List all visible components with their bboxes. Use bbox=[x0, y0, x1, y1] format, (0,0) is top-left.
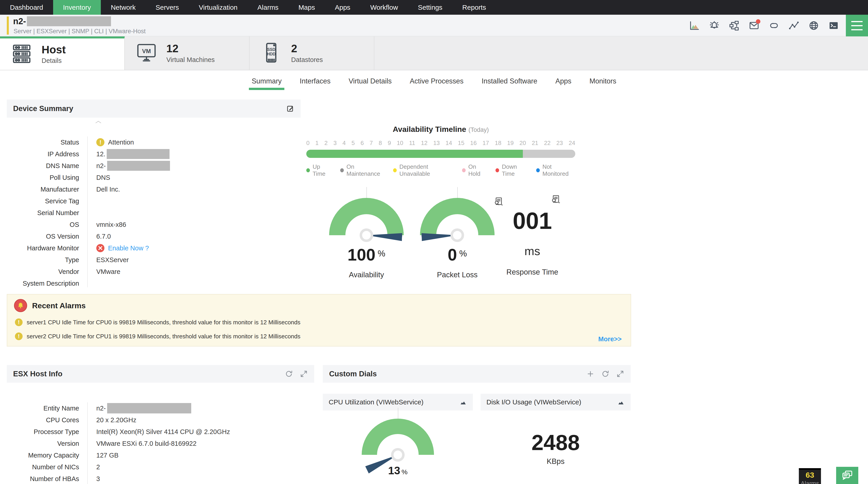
nav-reports[interactable]: Reports bbox=[452, 0, 496, 15]
response-time-block: 001 ms Response Time bbox=[488, 194, 577, 276]
chevron-up-icon[interactable] bbox=[95, 120, 102, 125]
mail-icon[interactable] bbox=[749, 20, 760, 31]
alarm-row-2[interactable]: ! server2 CPU Idle Time for CPU1 is 9981… bbox=[15, 332, 624, 340]
availability-gauge: 100% Availability bbox=[328, 198, 405, 279]
alarm-count-badge[interactable]: 63 Alarms bbox=[799, 468, 821, 484]
nav-alarms[interactable]: Alarms bbox=[248, 0, 288, 15]
tab-datastores[interactable]: SSDHDD 2 Datastores bbox=[250, 36, 374, 70]
chat-button[interactable] bbox=[836, 467, 858, 484]
packet-loss-value: 0% bbox=[419, 246, 496, 263]
device-summary-title: Device Summary bbox=[13, 104, 73, 113]
field-serial-number: Serial Number bbox=[7, 207, 301, 219]
nav-network[interactable]: Network bbox=[101, 0, 146, 15]
on-hold-dot bbox=[462, 168, 466, 172]
cpu-dial-title: CPU Utilization (VIWebService) bbox=[329, 398, 424, 406]
custom-dials-panel: Custom Dials CPU Utilization (VIWebServi… bbox=[323, 365, 631, 477]
esx-host-info-fields: Entity Name n2- CPU Cores 20 x 2.20GHz P… bbox=[7, 402, 314, 484]
top-nav: Dashboard Inventory Network Servers Virt… bbox=[0, 0, 868, 15]
performance-chart-icon[interactable] bbox=[689, 20, 700, 31]
entity-name-redaction bbox=[107, 403, 191, 414]
field-os-version: OS Version 6.7.0 bbox=[7, 231, 301, 242]
entity-tabstrip: Host Details VM 12 Virtual Machines SSDH… bbox=[0, 36, 868, 70]
chat-bubbles-icon bbox=[841, 469, 853, 482]
subtab-interfaces[interactable]: Interfaces bbox=[291, 72, 340, 90]
refresh-icon[interactable] bbox=[601, 370, 610, 378]
expand-icon[interactable] bbox=[300, 370, 308, 378]
disk-io-dial-card: Disk I/O Usage (VIWebService) 2488 KBps bbox=[480, 394, 631, 477]
subtab-summary[interactable]: Summary bbox=[243, 72, 291, 90]
device-summary-fields: Status !Attention IP Address 12. DNS Nam… bbox=[7, 137, 301, 287]
legend-on-maintenance: On Maintenance bbox=[340, 163, 385, 177]
expand-icon[interactable] bbox=[616, 370, 624, 378]
nav-apps[interactable]: Apps bbox=[325, 0, 360, 15]
alarm-bell-icon[interactable] bbox=[709, 20, 720, 31]
alarm-warning-icon: ! bbox=[15, 332, 23, 340]
custom-dials-header: Custom Dials bbox=[323, 365, 631, 383]
host-header: n2- Server | ESXServer | SNMP | CLI | VM… bbox=[0, 15, 868, 36]
tab-host-details[interactable]: Host Details bbox=[0, 36, 125, 70]
subtab-virtual-details[interactable]: Virtual Details bbox=[340, 72, 401, 90]
nav-maps[interactable]: Maps bbox=[288, 0, 325, 15]
nav-settings[interactable]: Settings bbox=[408, 0, 452, 15]
nav-virtualization[interactable]: Virtualization bbox=[189, 0, 248, 15]
disk-io-dial-title: Disk I/O Usage (VIWebService) bbox=[487, 398, 581, 406]
enable-now-link[interactable]: Enable Now ? bbox=[108, 244, 149, 252]
menu-icon[interactable] bbox=[846, 15, 868, 36]
recent-alarms-header: Recent Alarms bbox=[14, 299, 624, 312]
web-icon[interactable] bbox=[808, 20, 819, 31]
edit-icon[interactable] bbox=[286, 104, 294, 113]
up-time-dot bbox=[306, 168, 310, 172]
cpu-dial-value: 13% bbox=[323, 464, 473, 477]
add-dial-icon[interactable] bbox=[586, 370, 594, 378]
refresh-icon[interactable] bbox=[285, 370, 293, 378]
traceroute-icon[interactable] bbox=[788, 20, 799, 31]
chart-icon[interactable] bbox=[459, 398, 467, 406]
alarm-row-1[interactable]: ! server1 CPU Idle Time for CPU0 is 9981… bbox=[15, 319, 624, 326]
timeline-bar[interactable] bbox=[306, 150, 575, 158]
packet-loss-report-icon[interactable] bbox=[493, 196, 504, 207]
custom-dials-title: Custom Dials bbox=[329, 369, 377, 378]
response-time-unit: ms bbox=[488, 244, 577, 258]
availability-value: 100% bbox=[328, 246, 405, 263]
response-time-report-icon[interactable] bbox=[550, 194, 561, 205]
legend-down-time: Down Time bbox=[495, 163, 528, 177]
availability-label: Availability bbox=[328, 271, 405, 279]
svg-text:HDD: HDD bbox=[267, 52, 276, 56]
field-status: Status !Attention bbox=[7, 137, 301, 148]
subtab-installed-software[interactable]: Installed Software bbox=[473, 72, 546, 90]
field-entity-name: Entity Name n2- bbox=[7, 402, 314, 414]
svg-text:SSD: SSD bbox=[267, 47, 275, 52]
nav-servers[interactable]: Servers bbox=[146, 0, 189, 15]
legend-up-time: Up Time bbox=[306, 163, 332, 177]
host-categories: Server | ESXServer | SNMP | CLI | VMware… bbox=[13, 28, 146, 35]
alarm-bell-badge-icon bbox=[14, 299, 27, 312]
nav-workflow[interactable]: Workflow bbox=[360, 0, 408, 15]
field-cpu-cores: CPU Cores 20 x 2.20GHz bbox=[7, 414, 314, 426]
subtab-apps[interactable]: Apps bbox=[546, 72, 581, 90]
disk-io-value: 2488 bbox=[480, 432, 631, 453]
terminal-icon[interactable] bbox=[828, 20, 839, 31]
alarms-more-link[interactable]: More>> bbox=[598, 335, 622, 343]
nav-inventory[interactable]: Inventory bbox=[53, 0, 101, 15]
field-os: OS vmnix-x86 bbox=[7, 219, 301, 231]
ip-redaction bbox=[107, 149, 169, 159]
chart-icon[interactable] bbox=[617, 398, 625, 406]
tab-virtual-machines[interactable]: VM 12 Virtual Machines bbox=[125, 36, 250, 70]
summary-subtabs: Summary Interfaces Virtual Details Activ… bbox=[0, 72, 868, 90]
rediscover-icon[interactable] bbox=[769, 20, 779, 31]
cpu-utilization-dial-card: CPU Utilization (VIWebService) 13% bbox=[323, 394, 473, 477]
attention-status-icon: ! bbox=[96, 138, 104, 146]
down-time-dot bbox=[495, 168, 499, 172]
legend-dependent-unavailable: Dependent Unavailable bbox=[393, 163, 454, 177]
nav-dashboard[interactable]: Dashboard bbox=[0, 0, 53, 15]
legend-on-hold: On Hold bbox=[462, 163, 487, 177]
field-number-of-nics: Number of NICs 2 bbox=[7, 461, 314, 473]
field-version: Version VMware ESXi 6.7.0 build-8169922 bbox=[7, 437, 314, 449]
not-monitored-dot bbox=[536, 168, 540, 172]
workflow-icon[interactable] bbox=[729, 20, 740, 31]
field-ip-address: IP Address 12. bbox=[7, 148, 301, 160]
timeline-title: Availability Timeline(Today) bbox=[306, 125, 575, 134]
svg-text:VM: VM bbox=[142, 48, 151, 55]
subtab-monitors[interactable]: Monitors bbox=[581, 72, 625, 90]
subtab-active-processes[interactable]: Active Processes bbox=[401, 72, 473, 90]
